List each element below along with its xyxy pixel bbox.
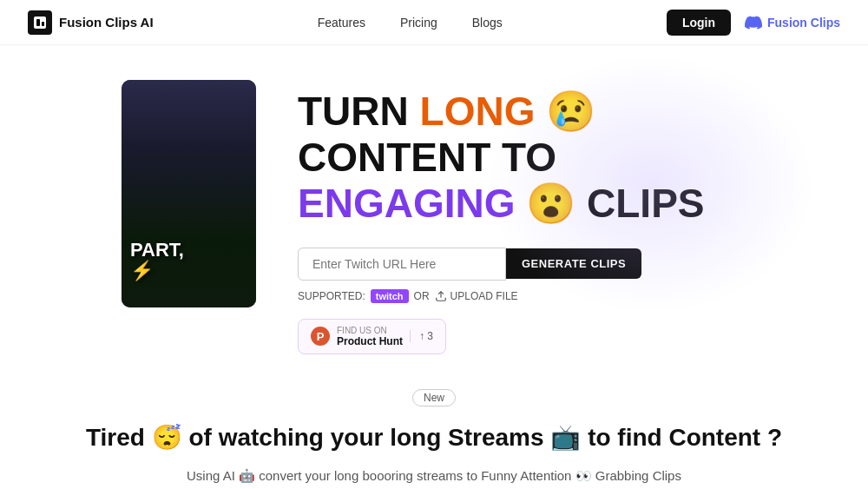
hero-supported: SUPPORTED: twitch OR UPLOAD FILE	[298, 289, 764, 303]
upload-label: UPLOAD FILE	[450, 290, 518, 302]
new-badge: New	[412, 389, 456, 406]
hero-input-row: GENERATE CLIPS	[298, 248, 764, 281]
section2: New Tired 😴 of watching your long Stream…	[0, 372, 868, 489]
hero-title-engaging: ENGAGING	[298, 181, 515, 226]
logo-text: Fusion Clips AI	[59, 15, 154, 30]
ph-product-label: Product Hunt	[337, 335, 403, 347]
logo[interactable]: Fusion Clips AI	[28, 10, 154, 35]
ph-find-us: FIND US ON	[337, 326, 403, 335]
section2-title: Tired 😴 of watching your long Streams 📺 …	[17, 422, 851, 453]
ph-logo: P	[311, 327, 330, 346]
discord-label: Fusion Clips	[767, 16, 840, 30]
svg-rect-2	[42, 22, 44, 26]
login-button[interactable]: Login	[667, 10, 731, 36]
hero-title-long: LONG	[420, 89, 536, 134]
twitch-badge: twitch	[371, 289, 409, 303]
supported-label: SUPPORTED:	[298, 290, 365, 302]
section2-subtitle: Using AI 🤖 convert your long boooring st…	[17, 466, 851, 486]
generate-clips-button[interactable]: GENERATE CLIPS	[506, 248, 641, 279]
navbar: Fusion Clips AI Features Pricing Blogs L…	[0, 0, 868, 45]
hero-content: TURN LONG 😢 CONTENT TO ENGAGING 😮 CLIPS …	[298, 80, 764, 354]
nav-blogs[interactable]: Blogs	[472, 16, 503, 30]
nav-right: Login Fusion Clips	[667, 10, 840, 36]
ph-upvote: ↑ 3	[410, 330, 433, 342]
hero-title-emoji1: 😢	[535, 89, 595, 134]
discord-link[interactable]: Fusion Clips	[745, 14, 840, 31]
hero-title-content-to: CONTENT TO	[298, 135, 556, 180]
hero-title-turn: TURN	[298, 89, 420, 134]
hero-title: TURN LONG 😢 CONTENT TO ENGAGING 😮 CLIPS	[298, 89, 764, 227]
hero-video: PART,⚡	[122, 80, 256, 307]
nav-pricing[interactable]: Pricing	[400, 16, 437, 30]
hero-title-clips: CLIPS	[575, 181, 704, 226]
nav-links: Features Pricing Blogs	[318, 16, 503, 30]
logo-svg	[33, 16, 47, 30]
or-label: OR	[414, 290, 430, 302]
upload-file-link[interactable]: UPLOAD FILE	[435, 290, 518, 302]
svg-rect-1	[36, 19, 40, 26]
logo-icon	[28, 10, 52, 35]
hero-section: PART,⚡ TURN LONG 😢 CONTENT TO ENGAGING 😮…	[0, 45, 868, 372]
hero-title-emoji2: 😮	[515, 181, 575, 226]
hero-video-text: PART,⚡	[130, 240, 184, 281]
upload-icon	[435, 290, 447, 302]
twitch-url-input[interactable]	[298, 248, 506, 281]
nav-features[interactable]: Features	[318, 16, 365, 30]
ph-text: FIND US ON Product Hunt	[337, 326, 403, 347]
product-hunt-badge[interactable]: P FIND US ON Product Hunt ↑ 3	[298, 319, 446, 354]
discord-icon	[745, 14, 762, 31]
